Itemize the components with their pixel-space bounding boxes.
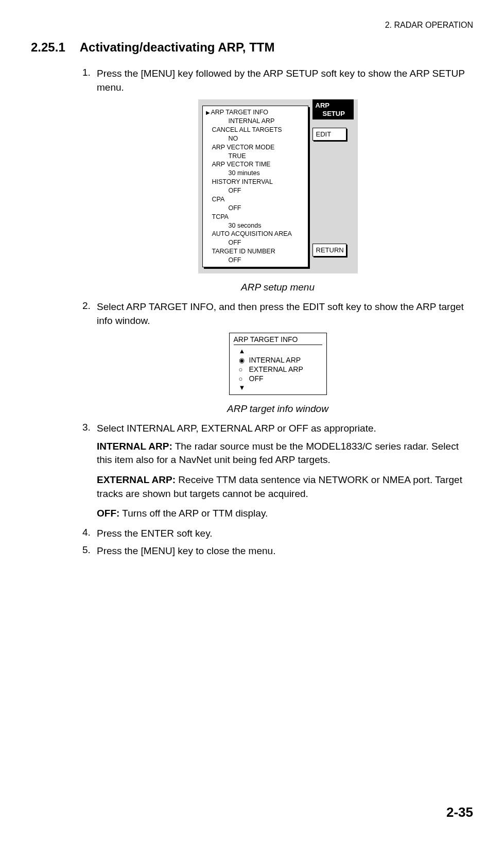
menu-item: ARP TARGET INFO bbox=[206, 108, 305, 117]
step-number: 4. bbox=[82, 527, 97, 541]
step-text: Select INTERNAL ARP, EXTERNAL ARP or OFF… bbox=[97, 422, 376, 436]
menu-item: HISTORY INTERVAL bbox=[206, 178, 305, 186]
menu-value: 30 seconds bbox=[206, 221, 305, 230]
target-info-window: ARP TARGET INFO ▲ ◉ INTERNAL ARP ○ EXTER… bbox=[229, 333, 327, 395]
menu-value: OFF bbox=[206, 186, 305, 195]
radio-selected-icon: ◉ bbox=[239, 356, 249, 364]
step-number: 1. bbox=[82, 67, 97, 94]
step-number: 3. bbox=[82, 422, 97, 436]
step-text: Press the ENTER soft key. bbox=[97, 527, 213, 541]
softkey-title: ARP SETUP bbox=[312, 99, 354, 119]
menu-item: TCPA bbox=[206, 213, 305, 221]
step-4: 4. Press the ENTER soft key. bbox=[82, 527, 473, 541]
menu-value: TRUE bbox=[206, 152, 305, 161]
menu-item: CANCEL ALL TARGETS bbox=[206, 126, 305, 134]
radio-unselected-icon: ○ bbox=[239, 375, 249, 383]
menu-value: NO bbox=[206, 134, 305, 143]
desc-head: OFF: bbox=[97, 508, 119, 519]
option-label: INTERNAL ARP bbox=[249, 356, 301, 364]
menu-item: TARGET ID NUMBER bbox=[206, 247, 305, 256]
step-number: 5. bbox=[82, 544, 97, 558]
arp-setup-menu-figure: ARP TARGET INFO INTERNAL ARP CANCEL ALL … bbox=[82, 99, 473, 293]
option-label: EXTERNAL ARP bbox=[249, 365, 303, 373]
softkey-edit: EDIT bbox=[312, 128, 346, 141]
menu-value: OFF bbox=[206, 204, 305, 213]
menu-value: OFF bbox=[206, 238, 305, 247]
step-2: 2. Select ARP TARGET INFO, and then pres… bbox=[82, 300, 473, 328]
arp-target-info-figure: ARP TARGET INFO ▲ ◉ INTERNAL ARP ○ EXTER… bbox=[82, 333, 473, 415]
menu-item: ARP VECTOR MODE bbox=[206, 143, 305, 152]
menu-value: OFF bbox=[206, 256, 305, 265]
step-text: Press the [MENU] key followed by the ARP… bbox=[97, 67, 473, 94]
page-number: 2-35 bbox=[446, 804, 473, 820]
figure-caption: ARP setup menu bbox=[82, 282, 473, 293]
chapter-header: 2. RADAR OPERATION bbox=[31, 21, 473, 30]
description-external: EXTERNAL ARP: Receive TTM data sentence … bbox=[97, 473, 473, 501]
menu-list: ARP TARGET INFO INTERNAL ARP CANCEL ALL … bbox=[202, 106, 308, 267]
step-1: 1. Press the [MENU] key followed by the … bbox=[82, 67, 473, 94]
desc-head: EXTERNAL ARP: bbox=[97, 474, 176, 485]
up-arrow-icon: ▲ bbox=[239, 347, 322, 355]
section-number: 2.25.1 bbox=[31, 40, 65, 55]
step-number: 2. bbox=[82, 300, 97, 328]
step-3: 3. Select INTERNAL ARP, EXTERNAL ARP or … bbox=[82, 422, 473, 436]
step-text: Select ARP TARGET INFO, and then press t… bbox=[97, 300, 473, 328]
softkey-column: ARP SETUP EDIT RETURN bbox=[312, 99, 354, 273]
description-internal: INTERNAL ARP: The radar source must be t… bbox=[97, 440, 473, 467]
description-off: OFF: Turns off the ARP or TTM display. bbox=[97, 507, 473, 521]
desc-body: Turns off the ARP or TTM display. bbox=[119, 508, 268, 519]
menu-item: AUTO ACQUISITION AREA bbox=[206, 230, 305, 238]
menu-screen: ARP TARGET INFO INTERNAL ARP CANCEL ALL … bbox=[198, 99, 358, 273]
desc-head: INTERNAL ARP: bbox=[97, 441, 172, 452]
softkey-title-line1: ARP bbox=[316, 101, 351, 110]
softkey-return: RETURN bbox=[312, 244, 346, 256]
option-row: ○ EXTERNAL ARP bbox=[239, 365, 322, 373]
down-arrow-icon: ▼ bbox=[239, 384, 322, 391]
section-title: Activating/deactivating ARP, TTM bbox=[80, 40, 275, 55]
figure-caption: ARP target info window bbox=[82, 403, 473, 415]
radio-unselected-icon: ○ bbox=[239, 366, 249, 373]
section-heading: 2.25.1 Activating/deactivating ARP, TTM bbox=[31, 40, 473, 55]
menu-value: INTERNAL ARP bbox=[206, 117, 305, 126]
softkey-title-line2: SETUP bbox=[316, 110, 351, 118]
option-row: ◉ INTERNAL ARP bbox=[239, 356, 322, 364]
menu-item: CPA bbox=[206, 195, 305, 204]
menu-item: ARP VECTOR TIME bbox=[206, 160, 305, 169]
target-info-title: ARP TARGET INFO bbox=[234, 335, 322, 345]
step-text: Press the [MENU] key to close the menu. bbox=[97, 544, 275, 558]
option-row: ○ OFF bbox=[239, 374, 322, 383]
option-label: OFF bbox=[249, 374, 264, 383]
step-5: 5. Press the [MENU] key to close the men… bbox=[82, 544, 473, 558]
menu-value: 30 minutes bbox=[206, 169, 305, 178]
